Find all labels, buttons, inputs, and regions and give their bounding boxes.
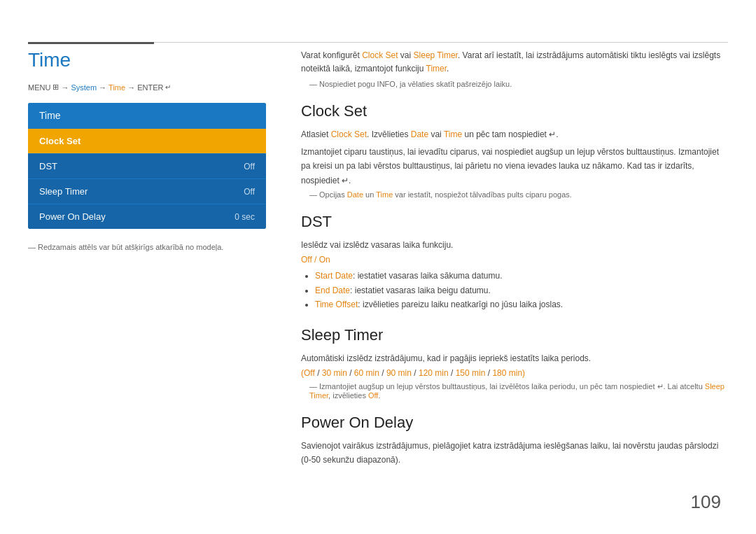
intro-timer-ref: Timer <box>426 64 447 73</box>
menu-item-dst[interactable]: DST Off <box>28 153 266 178</box>
menu-item-sleep-timer[interactable]: Sleep Timer Off <box>28 178 266 204</box>
intro-sleep-timer-ref: Sleep Timer <box>414 50 458 60</box>
menu-item-clock-set[interactable]: Clock Set <box>28 128 266 153</box>
breadcrumb: MENU ⊞ → System → Time → ENTER ↵ <box>28 83 266 92</box>
dst-bullet-list: Start Date: iestatiet vasaras laika sāku… <box>315 269 728 311</box>
menu-icon: ⊞ <box>52 83 59 92</box>
dst-bullet-1: Start Date: iestatiet vasaras laika sāku… <box>315 269 728 283</box>
section-title-clock-set: Clock Set <box>301 102 728 120</box>
section-title-power-on-delay: Power On Delay <box>301 414 728 432</box>
page: Time MENU ⊞ → System → Time → ENTER ↵ Ti… <box>0 0 756 534</box>
breadcrumb-arrow3: → <box>127 83 135 92</box>
section-title-dst: DST <box>301 213 728 231</box>
menu-item-sleep-timer-label: Sleep Timer <box>39 186 88 197</box>
top-divider-short <box>28 42 154 44</box>
menu-item-dst-label: DST <box>39 161 57 171</box>
clock-set-ref1: Clock Set <box>331 129 367 139</box>
clock-set-para2: Izmantojiet ciparu taustiņus, lai ievadī… <box>301 145 728 188</box>
breadcrumb-system: System <box>71 83 97 92</box>
breadcrumb-arrow2: → <box>99 83 106 92</box>
left-column: Time MENU ⊞ → System → Time → ENTER ↵ Ti… <box>28 49 266 251</box>
menu-item-power-on-delay[interactable]: Power On Delay 0 sec <box>28 204 266 229</box>
enter-icon: ↵ <box>165 83 171 91</box>
sleep-timer-options: (Off / 30 min / 60 min / 90 min / 120 mi… <box>301 368 728 378</box>
page-title: Time <box>28 49 266 71</box>
sleep-timer-para1: Automātiski izslēdz izstrādājumu, kad ir… <box>301 351 728 365</box>
date-ref1: Date <box>411 129 428 139</box>
intro-text: Varat konfigurēt Clock Set vai Sleep Tim… <box>301 49 728 76</box>
dst-bullet-2: End Date: iestatiet vasaras laika beigu … <box>315 283 728 297</box>
dst-para1: Ieslēdz vai izslēdz vasaras laika funkci… <box>301 238 728 252</box>
menu-item-dst-value: Off <box>244 162 255 171</box>
power-on-delay-para1: Savienojot vairākus izstrādājumus, pielā… <box>301 439 728 468</box>
menu-item-power-on-delay-value: 0 sec <box>234 212 255 222</box>
clock-set-para1: Atlasiet Clock Set. Izvēlieties Date vai… <box>301 127 728 141</box>
breadcrumb-arrow1: → <box>61 83 69 92</box>
page-number: 109 <box>691 491 721 513</box>
intro-clock-set-ref: Clock Set <box>362 50 398 60</box>
menu-note: Redzamais attēls var būt atšķirīgs atkar… <box>28 243 266 251</box>
time-ref1: Time <box>444 129 462 139</box>
dst-bullet-3: Time Offset: izvēlieties pareizu laiku n… <box>315 297 728 311</box>
clock-set-note: Opcijas Date un Time var iestatīt, nospi… <box>309 190 728 199</box>
intro-note: Nospiediet pogu INFO, ja vēlaties skatīt… <box>309 80 728 88</box>
right-column: Varat konfigurēt Clock Set vai Sleep Tim… <box>301 49 728 470</box>
menu-panel: Time Clock Set DST Off Sleep Timer Off P… <box>28 103 266 229</box>
menu-item-power-on-delay-label: Power On Delay <box>39 211 106 222</box>
sleep-timer-note: Izmantojiet augšup un lejup vērstos bult… <box>309 382 728 400</box>
breadcrumb-enter: ENTER <box>137 83 163 92</box>
menu-header: Time <box>28 103 266 128</box>
breadcrumb-time: Time <box>108 83 125 92</box>
menu-item-sleep-timer-value: Off <box>244 187 255 197</box>
breadcrumb-menu: MENU <box>28 83 50 92</box>
menu-item-clock-set-label: Clock Set <box>39 136 80 146</box>
section-title-sleep-timer: Sleep Timer <box>301 326 728 344</box>
dst-options: Off / On <box>301 255 728 265</box>
